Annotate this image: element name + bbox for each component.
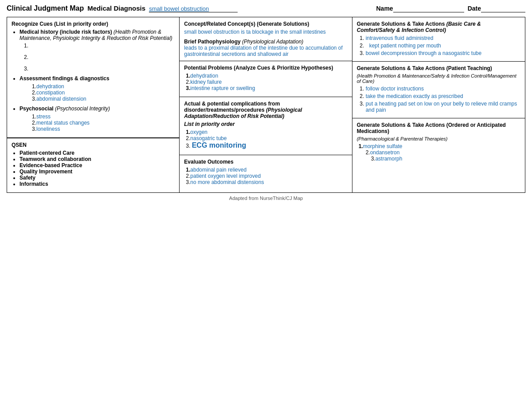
psychosocial-1: 1.stress — [32, 114, 175, 120]
patient-teaching-list: follow doctor instructions take the medi… — [357, 86, 520, 113]
medications-title: Generate Solutions & Take Actions (Order… — [357, 122, 520, 134]
basic-care-item-2: kept patient nothing per mouth — [366, 43, 520, 49]
list-label: List in priority order — [184, 121, 347, 127]
qsen-title: QSEN — [12, 142, 175, 148]
recognize-cues-section: Recognize Cues (List in priority order) … — [7, 17, 179, 138]
assessment-findings-item: Assessment findings & diagnostics 1.dehy… — [20, 75, 175, 102]
med-item-1: 1.morphine sulfate — [359, 143, 520, 149]
pt-item-3: put a heating pad set on low on your bel… — [366, 101, 520, 113]
outcome-2: 2.patient oxygen level improved — [186, 173, 347, 179]
comp-item-2: 2.nasogatric tube — [186, 135, 347, 141]
patient-teaching-italic: (Health Promotion & Maintenance/Safety &… — [357, 73, 520, 84]
column-1: Recognize Cues (List in priority order) … — [7, 17, 180, 192]
finding-2: 2.constipation — [32, 90, 175, 96]
patient-teaching-title: Generate Solutions & Take Actions (Patie… — [357, 65, 520, 71]
mh-num-3: 3. — [24, 66, 175, 72]
patho-value: leads to a proximal dilatation of the in… — [184, 45, 347, 57]
evaluate-outcomes-section: Evaluate Outcomes 1.abdominal pain relie… — [180, 155, 352, 192]
med-item-2: 2.ondansetron — [359, 149, 520, 156]
main-grid: Recognize Cues (List in priority order) … — [7, 17, 525, 193]
findings-list: 1.dehydration 2.constipation 3.abdominal… — [20, 83, 175, 102]
basic-care-list: intravenous fluid administred kept patie… — [357, 35, 520, 56]
psychosocial-2: 2.mental status changes — [32, 120, 175, 126]
qsen-item-2: Teamwork and collaboration — [20, 156, 175, 162]
comp-item-1: 1.oxygen — [186, 129, 347, 135]
app-title: Clinical Judgment Map — [7, 4, 84, 12]
name-label: Name — [376, 5, 464, 12]
comp-item-3: 3. ECG monitoring — [186, 141, 347, 149]
diagnosis-label: Medical Diagnosis — [87, 4, 145, 12]
psychosocial-list: 1.stress 2.mental status changes 3.lonel… — [20, 114, 175, 132]
finding-1: 1.dehydration — [32, 83, 175, 90]
recognize-cues-list: Medical history (include risk factors) (… — [12, 29, 175, 132]
finding-3: 3.abdominal distension — [32, 96, 175, 102]
patient-teaching-section: Generate Solutions & Take Actions (Patie… — [352, 62, 525, 118]
qsen-section: QSEN Patient-centered Care Teamwork and … — [7, 138, 179, 192]
medical-history-bold: Medical history (include risk factors) — [20, 29, 112, 35]
medical-history-numbers: 1. 2. 3. — [20, 43, 175, 72]
outcomes-list: 1.abdominal pain relieved 2.patient oxyg… — [184, 167, 347, 185]
complications-section: Actual & potential complications from di… — [180, 97, 352, 155]
recognize-cues-title: Recognize Cues (List in priority order) — [12, 21, 175, 27]
qsen-item-5: Safety — [20, 175, 175, 181]
complications-title: Actual & potential complications from di… — [184, 101, 347, 119]
concept-title: Concept/Related Concept(s) (Generate Sol… — [184, 21, 347, 27]
date-label: Date — [468, 5, 525, 12]
pt-item-2: take the medication exactly as prescribe… — [366, 93, 520, 99]
pp-item-3: 3.intestine rapture or swelling — [186, 85, 347, 91]
qsen-item-3: Evidence-based Practice — [20, 162, 175, 168]
psychosocial-italic: (Psychosocial Integrity) — [55, 106, 110, 112]
potential-problems-title: Potential Problems (Analyze Cues & Prior… — [184, 65, 347, 71]
basic-care-title: Generate Solutions & Take Actions (Basic… — [357, 21, 520, 33]
concept-section: Concept/Related Concept(s) (Generate Sol… — [180, 17, 352, 61]
diagnosis-value: small bowel obstruction — [149, 5, 238, 12]
qsen-item-1: Patient-centered Care — [20, 150, 175, 156]
assessment-bold: Assessment findings & diagnostics — [20, 75, 110, 82]
pt-item-1: follow doctor instructions — [366, 86, 520, 92]
mh-num-2: 2. — [24, 54, 175, 60]
qsen-item-6: Informatics — [20, 181, 175, 187]
medical-history-item: Medical history (include risk factors) (… — [20, 29, 175, 72]
page-footer: Adapted from NurseThink/CJ Map — [7, 196, 525, 201]
concept-value: small bowel obstruction is ta blockage i… — [184, 29, 347, 35]
basic-care-item-3: bowel decompression through a nasogastri… — [366, 50, 520, 56]
potential-problems-list: 1.dehydration 2.kidney failure 3.intesti… — [184, 73, 347, 91]
column-3: Generate Solutions & Take Actions (Basic… — [352, 17, 525, 192]
basic-care-item-1: intravenous fluid administred — [366, 35, 520, 41]
psychosocial-item: Psychosocial (Psychosocial Integrity) 1.… — [20, 106, 175, 132]
evaluate-outcomes-title: Evaluate Outcomes — [184, 159, 347, 165]
page-header: Clinical Judgment Map Medical Diagnosis … — [7, 4, 525, 12]
basic-care-section: Generate Solutions & Take Actions (Basic… — [352, 17, 525, 62]
medications-section: Generate Solutions & Take Actions (Order… — [352, 118, 525, 192]
medications-list: 1.morphine sulfate 2.ondansetron 3.astra… — [357, 143, 520, 162]
outcome-3: 3.no more abdominal distensions — [186, 179, 347, 185]
qsen-item-4: Quality Improvement — [20, 168, 175, 175]
potential-problems-section: Potential Problems (Analyze Cues & Prior… — [180, 61, 352, 97]
psychosocial-bold: Psychosocial — [20, 106, 54, 112]
qsen-list: Patient-centered Care Teamwork and colla… — [12, 150, 175, 187]
medications-italic: (Pharmacological & Parenteral Therapies) — [357, 136, 520, 141]
column-2: Concept/Related Concept(s) (Generate Sol… — [180, 17, 352, 192]
patho-label: Brief Pathophysiology (Physiological Ada… — [184, 39, 347, 45]
pp-item-2: 2.kidney failure — [186, 79, 347, 85]
complications-list: 1.oxygen 2.nasogatric tube 3. ECG monito… — [184, 129, 347, 149]
med-item-3: 3.astramorph — [359, 156, 520, 162]
footer-text: Adapted from NurseThink/CJ Map — [229, 196, 303, 201]
mh-num-1: 1. — [24, 43, 175, 49]
outcome-1: 1.abdominal pain relieved — [186, 167, 347, 173]
psychosocial-3: 3.loneliness — [32, 126, 175, 132]
pp-item-1: 1.dehydration — [186, 73, 347, 79]
